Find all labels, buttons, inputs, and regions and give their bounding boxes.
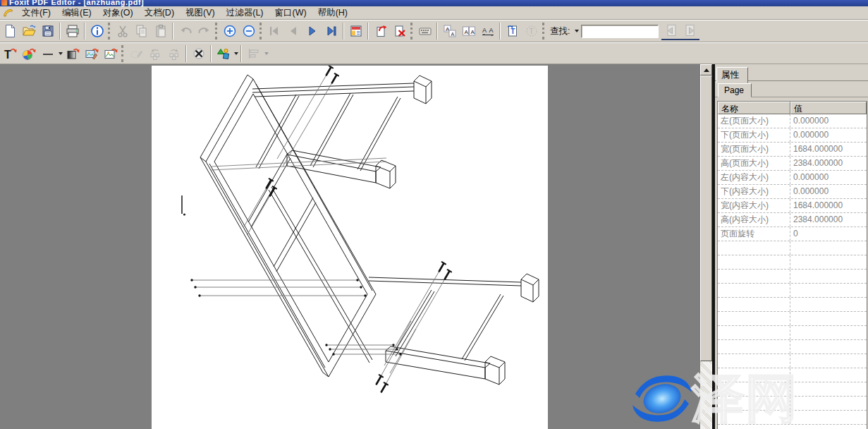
property-row[interactable]: 下(页面大小)0.000000 — [718, 128, 867, 143]
menu-item[interactable]: 窗口(W) — [269, 7, 312, 18]
delete-object-icon — [192, 47, 206, 61]
font-button[interactable]: AA — [440, 22, 459, 40]
find-next-button[interactable] — [680, 22, 699, 40]
property-row[interactable] — [718, 255, 867, 270]
zoom-in-button[interactable] — [220, 22, 239, 40]
property-row[interactable] — [718, 411, 867, 425]
keyboard-button[interactable] — [415, 22, 434, 40]
paste-button[interactable] — [151, 22, 170, 40]
property-row[interactable] — [718, 397, 867, 411]
menu-item[interactable]: 视图(V) — [180, 7, 221, 18]
toolbar-drag-handle[interactable] — [259, 23, 262, 40]
delete-object-button[interactable] — [189, 44, 208, 63]
menu-item[interactable]: 过滤器(L) — [221, 7, 269, 18]
find-previous-button[interactable] — [661, 22, 680, 40]
property-row[interactable]: 左(内容大小)0.000000 — [718, 171, 867, 185]
tab-page[interactable]: Page — [718, 83, 752, 97]
new-document-button[interactable] — [0, 22, 19, 40]
undo-button[interactable] — [176, 22, 195, 40]
add-text-object-button[interactable]: T — [0, 44, 19, 63]
property-row[interactable] — [718, 270, 867, 284]
print-button[interactable] — [63, 22, 82, 40]
vertical-scrollbar[interactable] — [700, 64, 712, 429]
property-row[interactable] — [718, 354, 867, 368]
find-input[interactable] — [581, 25, 659, 38]
property-value: 0.000000 — [790, 128, 867, 142]
property-row[interactable] — [718, 241, 867, 255]
panel-caption-row: 属性 — [715, 66, 868, 81]
font-size-icon: AA — [462, 24, 476, 38]
document-info-button[interactable] — [87, 22, 106, 40]
open-button[interactable] — [19, 22, 38, 40]
line-tool-button[interactable] — [38, 44, 57, 63]
copy-button[interactable] — [132, 22, 151, 40]
next-page-button[interactable] — [302, 22, 322, 40]
cut-button[interactable] — [113, 22, 132, 40]
shapes-button[interactable] — [214, 44, 233, 63]
property-row[interactable] — [718, 298, 867, 312]
property-row[interactable] — [718, 312, 867, 326]
toolbar-drag-handle[interactable] — [108, 23, 110, 40]
property-row[interactable]: 宽(页面大小)1684.000000 — [718, 143, 867, 157]
property-name: 下(页面大小) — [718, 128, 790, 142]
letter-spacing-button[interactable]: AA — [478, 22, 497, 40]
menu-item[interactable]: 帮助(H) — [312, 7, 353, 18]
svg-text:T: T — [529, 28, 533, 35]
property-row[interactable]: 高(页面大小)2384.000000 — [718, 157, 867, 171]
save-button[interactable] — [38, 22, 57, 40]
column-header-value[interactable]: 值 — [790, 102, 867, 114]
delete-page-button[interactable] — [390, 22, 409, 40]
property-row[interactable] — [718, 326, 867, 340]
app-icon — [1, 0, 7, 6]
menu-item[interactable]: 文档(D) — [139, 7, 180, 18]
property-row[interactable]: 下(内容大小)0.000000 — [718, 185, 867, 199]
previous-page-button[interactable] — [283, 22, 302, 40]
toolbar-drag-handle[interactable] — [410, 23, 412, 40]
menu-item[interactable]: 文件(F) — [16, 7, 56, 18]
property-row[interactable] — [718, 284, 867, 298]
menu-item[interactable]: 编辑(E) — [56, 7, 97, 18]
svg-text:A: A — [464, 29, 468, 35]
property-row[interactable] — [718, 368, 867, 382]
align-button[interactable] — [244, 44, 263, 63]
last-page-button[interactable] — [322, 22, 341, 40]
first-page-button[interactable] — [264, 22, 283, 40]
property-row[interactable]: 左(页面大小)0.000000 — [718, 114, 867, 128]
chevron-down-icon[interactable] — [234, 52, 238, 55]
pdf-page[interactable] — [152, 66, 548, 429]
property-row[interactable]: 高(内容大小)2384.000000 — [718, 213, 867, 227]
add-shading-button[interactable] — [19, 44, 38, 63]
toolbar-separator — [59, 23, 61, 40]
menu-item[interactable]: 对象(O) — [97, 7, 139, 18]
property-value: 0.000000 — [790, 185, 867, 198]
scroll-up-button[interactable] — [700, 64, 712, 75]
text-circle-button[interactable]: T — [522, 22, 541, 40]
rotate-right-object-button[interactable] — [164, 44, 183, 63]
panel-title[interactable]: 属性 — [716, 67, 748, 83]
column-header-name[interactable]: 名称 — [718, 102, 790, 114]
save-icon — [41, 24, 55, 38]
gradient-fill-button[interactable] — [63, 44, 82, 63]
scrollbar-thumb[interactable] — [700, 75, 712, 361]
property-row[interactable]: 宽(内容大小)1684.000000 — [718, 199, 867, 213]
property-row[interactable] — [718, 382, 867, 397]
font-size-button[interactable]: AA — [459, 22, 478, 40]
add-text-button[interactable]: T — [503, 22, 522, 40]
rotate-page-button[interactable] — [371, 22, 390, 40]
transform-object-button[interactable] — [126, 44, 145, 63]
chevron-down-icon[interactable] — [264, 52, 269, 55]
find-options-dropdown[interactable] — [572, 25, 580, 37]
font-icon: AA — [443, 24, 457, 38]
add-image-button[interactable] — [101, 44, 120, 63]
rotate-left-object-button[interactable] — [145, 44, 164, 63]
redo-button[interactable] — [195, 22, 214, 40]
toolbar-drag-handle[interactable] — [542, 23, 544, 40]
page-thumbnails-button[interactable] — [346, 22, 365, 40]
property-row[interactable]: 页面旋转0 — [718, 227, 867, 241]
document-canvas[interactable] — [0, 64, 700, 429]
edit-image-button[interactable] — [82, 44, 101, 63]
zoom-out-button[interactable] — [239, 22, 258, 40]
toolbar-drag-handle[interactable] — [121, 45, 123, 62]
toolbar-drag-handle[interactable] — [215, 23, 217, 40]
property-row[interactable] — [718, 340, 867, 354]
